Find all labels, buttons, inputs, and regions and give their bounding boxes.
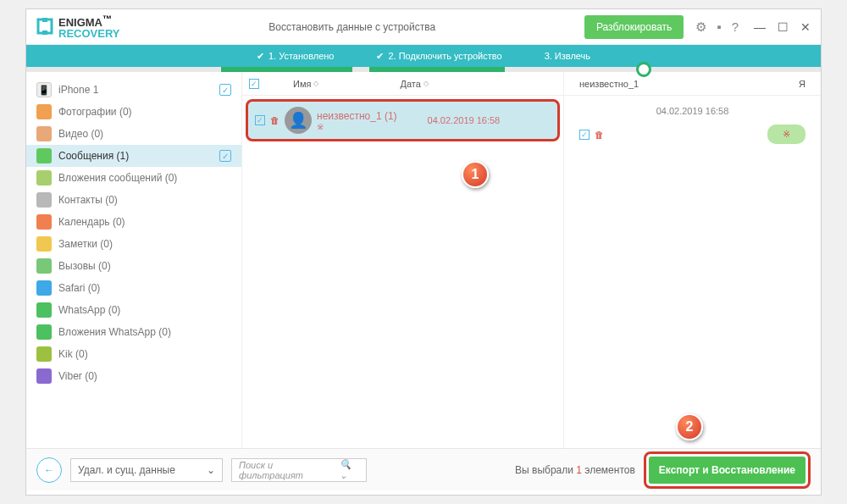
msg-checkbox[interactable]: ✓ — [579, 130, 590, 140]
help-icon[interactable]: ? — [732, 19, 739, 35]
category-icon — [36, 258, 52, 274]
row-checkbox[interactable]: ✓ — [255, 115, 265, 125]
sidebar-item[interactable]: Kik (0) — [26, 343, 241, 365]
category-icon — [36, 170, 52, 186]
item-checkbox[interactable]: ✓ — [219, 150, 231, 162]
step-3: 3. Извлечь — [545, 51, 590, 61]
filter-dropdown[interactable]: Удал. и сущ. данные⌄ — [70, 458, 223, 482]
header-subtitle: Восстановить данные с устройства — [119, 21, 584, 33]
callout-1: 1 — [462, 161, 489, 188]
sidebar-item[interactable]: Вложения сообщений (0) — [26, 167, 241, 189]
column-name[interactable]: Имя◇ — [293, 79, 318, 89]
trash-icon[interactable]: 🗑 — [595, 130, 604, 140]
titlebar: ENIGMA™RECOVERY Восстановить данные с ус… — [26, 9, 821, 45]
category-icon — [36, 192, 52, 208]
message-date: 04.02.2019 16:58 — [579, 106, 805, 116]
step-1: ✔1. Установлено — [257, 51, 335, 62]
sidebar-item[interactable]: Видео (0) — [26, 123, 241, 145]
category-icon — [36, 104, 52, 119]
selection-count: Вы выбрали 1 элементов — [515, 464, 635, 476]
sidebar-item[interactable]: Календарь (0) — [26, 211, 241, 233]
minimize-button[interactable]: — — [754, 20, 766, 34]
trash-icon[interactable]: 🗑 — [270, 115, 280, 125]
unlock-button[interactable]: Разблокировать — [584, 15, 684, 39]
search-icon: 🔍⌄ — [340, 459, 359, 481]
row-date: 04.02.2019 16:58 — [428, 115, 501, 125]
sidebar-item[interactable]: Фотографии (0) — [26, 101, 241, 123]
chat-icon[interactable]: ▪ — [717, 19, 721, 35]
close-button[interactable]: ✕ — [800, 20, 811, 34]
gear-icon[interactable]: ⚙ — [695, 19, 706, 35]
category-icon — [36, 324, 52, 340]
chevron-down-icon: ⌄ — [207, 464, 215, 476]
select-all-checkbox[interactable]: ✓ — [249, 79, 259, 89]
callout-2: 2 — [676, 413, 703, 440]
column-date[interactable]: Дата◇ — [400, 79, 428, 89]
maximize-button[interactable]: ☐ — [778, 20, 789, 34]
step-2: ✔2. Подключить устройство — [376, 51, 501, 62]
svg-rect-2 — [42, 30, 47, 35]
category-icon — [36, 346, 52, 362]
sidebar-item[interactable]: Viber (0) — [26, 365, 241, 387]
sidebar-item[interactable]: Контакты (0) — [26, 189, 241, 211]
progress-bar — [26, 67, 821, 72]
detail-title: неизвестно_1 — [579, 79, 639, 89]
message-detail-panel: неизвестно_1 Я 04.02.2019 16:58 ✓ 🗑 ※ — [564, 72, 821, 448]
sidebar-device[interactable]: 📱 iPhone 1 ✓ — [26, 79, 241, 101]
export-button[interactable]: Експорт и Восстановление — [649, 457, 805, 484]
list-header: ✓ Имя◇ Дата◇ — [242, 72, 563, 96]
sidebar-item[interactable]: Вызовы (0) — [26, 255, 241, 277]
message-row[interactable]: ✓ 🗑 👤 неизвестно_1 (1) ※ 04.02.2019 16:5… — [246, 99, 560, 141]
logo-icon — [36, 18, 53, 35]
category-icon — [36, 214, 52, 230]
back-button[interactable]: ← — [36, 457, 62, 483]
search-input[interactable]: Поиск и фильтрацият🔍⌄ — [231, 458, 367, 482]
message-list-panel: ✓ Имя◇ Дата◇ ✓ 🗑 👤 неизвестно_1 (1) ※ 04… — [242, 72, 564, 448]
progress-knob[interactable] — [636, 62, 651, 77]
sidebar-item[interactable]: Вложения WhatsApp (0) — [26, 321, 241, 343]
app-logo: ENIGMA™RECOVERY — [36, 14, 119, 39]
sidebar: 📱 iPhone 1 ✓ Фотографии (0)Видео (0)Сооб… — [26, 72, 242, 448]
detail-me: Я — [799, 79, 805, 89]
sidebar-item[interactable]: Сообщения (1)✓ — [26, 145, 241, 167]
sidebar-item[interactable]: WhatsApp (0) — [26, 299, 241, 321]
sidebar-item[interactable]: Safari (0) — [26, 277, 241, 299]
step-bar: ✔1. Установлено ✔2. Подключить устройств… — [26, 45, 821, 67]
category-icon — [36, 148, 52, 163]
phone-icon: 📱 — [36, 82, 52, 97]
category-icon — [36, 302, 52, 318]
row-name: неизвестно_1 (1) — [317, 110, 397, 122]
category-icon — [36, 126, 52, 141]
device-checkbox[interactable]: ✓ — [219, 84, 231, 96]
sidebar-item[interactable]: Заметки (0) — [26, 233, 241, 255]
footer: ← Удал. и сущ. данные⌄ Поиск и фильтраци… — [26, 448, 821, 490]
category-icon — [36, 280, 52, 296]
message-bubble: ※ — [767, 125, 805, 144]
category-icon — [36, 368, 52, 384]
svg-rect-1 — [42, 18, 47, 22]
category-icon — [36, 236, 52, 252]
avatar-icon: 👤 — [285, 107, 312, 134]
